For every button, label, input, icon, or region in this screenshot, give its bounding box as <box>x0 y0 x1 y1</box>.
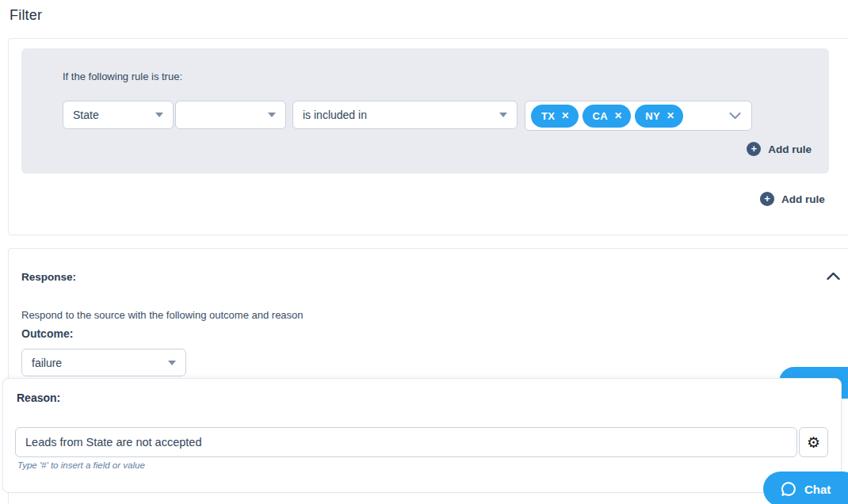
reason-label: Reason: <box>17 391 60 404</box>
reason-panel: Reason: ⚙ Type '#' to insert a field or … <box>2 378 842 493</box>
rule-condition-label: If the following rule is true: <box>63 71 182 82</box>
chevron-down-icon <box>729 113 741 120</box>
add-rule-label: Add rule <box>781 193 825 205</box>
plus-icon: + <box>747 142 761 156</box>
collapse-section-button[interactable] <box>823 268 842 284</box>
reason-hint: Type '#' to insert a field or value <box>17 460 145 470</box>
chevron-down-icon <box>268 113 276 117</box>
value-tag-label: CA <box>593 110 608 122</box>
chat-button[interactable]: Chat <box>763 472 848 504</box>
add-rule-button-outer[interactable]: + Add rule <box>760 192 825 206</box>
response-section-title: Response: <box>21 271 76 283</box>
value-tag-label: TX <box>541 110 555 122</box>
field-select-value: State <box>73 109 99 121</box>
outcome-label: Outcome: <box>21 327 73 340</box>
response-description: Respond to the source with the following… <box>21 309 304 321</box>
tag-remove-icon[interactable]: ✕ <box>667 111 674 120</box>
chevron-down-icon <box>168 361 176 365</box>
field-select[interactable]: State <box>63 101 174 129</box>
chevron-up-icon <box>827 272 840 281</box>
rule-group: If the following rule is true: State is … <box>21 48 829 174</box>
outcome-select-value: failure <box>32 357 62 369</box>
value-tag: TX ✕ <box>531 105 579 128</box>
add-rule-label: Add rule <box>768 143 812 155</box>
add-rule-button-inner[interactable]: + Add rule <box>747 142 812 156</box>
values-multiselect[interactable]: TX ✕ CA ✕ NY ✕ <box>525 101 752 131</box>
chevron-down-icon <box>155 113 163 117</box>
gear-icon: ⚙ <box>807 435 820 450</box>
value-tag: NY ✕ <box>635 105 683 128</box>
outcome-select[interactable]: failure <box>21 349 186 376</box>
operator-select[interactable]: is included in <box>292 101 518 129</box>
value-tag: CA ✕ <box>583 105 632 128</box>
filter-card: If the following rule is true: State is … <box>8 38 848 235</box>
filter-screen: Filter If the following rule is true: St… <box>0 0 848 504</box>
tag-remove-icon[interactable]: ✕ <box>561 111 569 120</box>
reason-input[interactable] <box>15 427 797 457</box>
subfield-select[interactable] <box>175 101 286 129</box>
chevron-down-icon <box>499 113 507 117</box>
tag-remove-icon[interactable]: ✕ <box>614 111 622 120</box>
operator-select-value: is included in <box>303 109 367 121</box>
chat-bubble-icon <box>780 480 797 498</box>
reason-settings-button[interactable]: ⚙ <box>799 427 828 457</box>
value-tag-label: NY <box>645 110 660 122</box>
plus-icon: + <box>760 192 774 206</box>
page-title: Filter <box>10 7 42 24</box>
chat-label: Chat <box>804 483 831 496</box>
